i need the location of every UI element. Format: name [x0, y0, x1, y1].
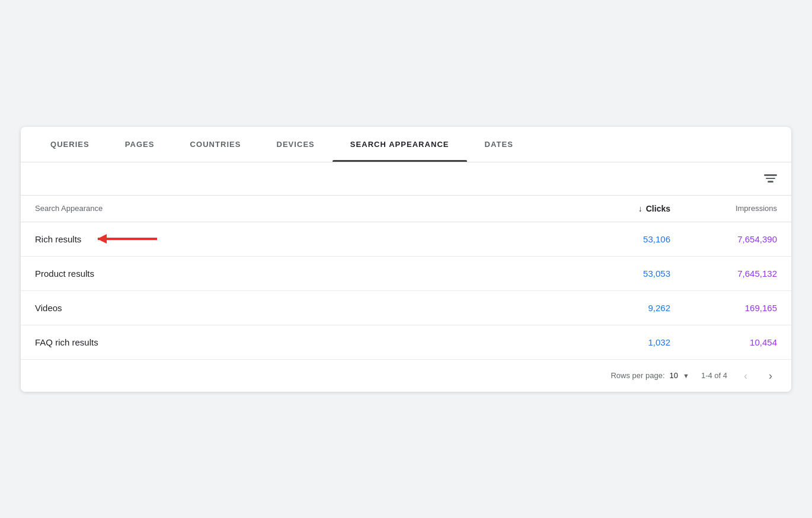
row-name: Product results [35, 268, 564, 279]
tab-dates[interactable]: DATES [467, 127, 531, 162]
tab-devices[interactable]: DEVICES [258, 127, 332, 162]
tab-bar: QUERIES PAGES COUNTRIES DEVICES SEARCH A… [21, 127, 791, 162]
col-clicks-header[interactable]: ↓ Clicks [564, 204, 670, 213]
main-card: QUERIES PAGES COUNTRIES DEVICES SEARCH A… [21, 127, 791, 392]
red-arrow-annotation [98, 238, 157, 240]
row-impressions: 7,654,390 [670, 234, 777, 244]
rows-dropdown-arrow-icon[interactable]: ▼ [683, 372, 689, 379]
table-row: FAQ rich results 1,032 10,454 [21, 325, 791, 360]
tab-countries[interactable]: COUNTRIES [172, 127, 259, 162]
row-label: Videos [35, 303, 62, 313]
row-impressions: 10,454 [670, 337, 777, 347]
next-page-button[interactable]: › [764, 368, 777, 383]
col-name-header: Search Appearance [35, 204, 564, 213]
table-header: Search Appearance ↓ Clicks Impressions [21, 196, 791, 222]
tab-pages[interactable]: PAGES [107, 127, 172, 162]
filter-icon[interactable] [764, 174, 777, 183]
prev-page-button[interactable]: ‹ [739, 368, 752, 383]
tab-search-appearance[interactable]: SEARCH APPEARANCE [333, 127, 467, 162]
rows-per-page-label: Rows per page: [610, 371, 664, 380]
row-clicks: 53,053 [564, 268, 670, 279]
row-clicks: 53,106 [564, 234, 670, 244]
toolbar-row [21, 162, 791, 196]
sort-arrow-icon: ↓ [638, 204, 642, 213]
row-clicks: 9,262 [564, 303, 670, 313]
table-row: Product results 53,053 7,645,132 [21, 257, 791, 291]
pagination-info: 1-4 of 4 [701, 371, 727, 380]
table-footer: Rows per page: 10 ▼ 1-4 of 4 ‹ › [21, 360, 791, 392]
table-body: Rich results 53,106 7,654,390 Product re… [21, 222, 791, 360]
row-clicks: 1,032 [564, 337, 670, 347]
row-impressions: 7,645,132 [670, 268, 777, 279]
row-name: FAQ rich results [35, 337, 564, 347]
table-row: Rich results 53,106 7,654,390 [21, 222, 791, 257]
red-arrow-line [98, 238, 157, 240]
col-impressions-header[interactable]: Impressions [670, 204, 777, 213]
table-row: Videos 9,262 169,165 [21, 291, 791, 325]
row-label: Rich results [35, 234, 81, 244]
row-label: FAQ rich results [35, 337, 98, 347]
row-impressions: 169,165 [670, 303, 777, 313]
tab-queries[interactable]: QUERIES [33, 127, 107, 162]
row-name: Videos [35, 303, 564, 313]
row-label: Product results [35, 268, 94, 279]
row-name: Rich results [35, 234, 564, 244]
rows-per-page-value: 10 [670, 371, 678, 380]
rows-per-page-control: Rows per page: 10 ▼ [610, 371, 689, 380]
